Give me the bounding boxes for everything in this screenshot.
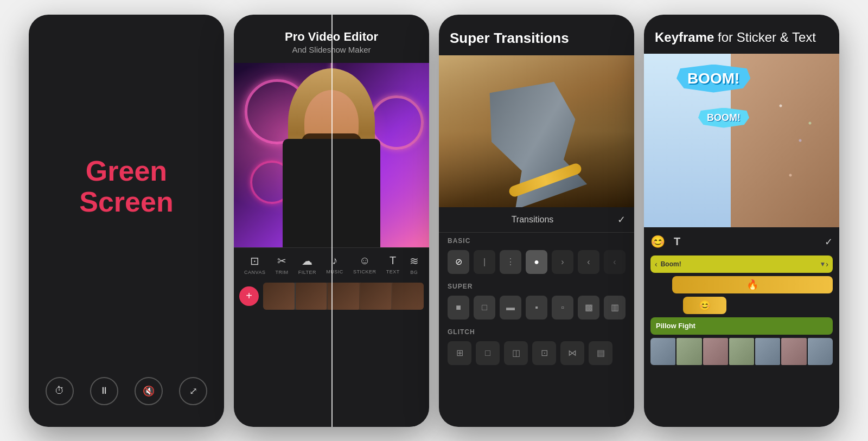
timeline-thumb-5 bbox=[392, 283, 424, 310]
transitions-checkmark[interactable]: ✓ bbox=[617, 214, 626, 226]
glitch-btn-4[interactable]: ⊡ bbox=[532, 341, 556, 365]
section-basic-label: BASIC bbox=[439, 233, 634, 248]
music-icon: ♪ bbox=[332, 254, 337, 267]
super-btn-1[interactable]: ■ bbox=[448, 296, 469, 319]
keyframe-controls: 😊 T ✓ ‹ Boom! ▼ › 🔥 😊 Pillow Fight bbox=[644, 227, 839, 427]
trans-btn-none[interactable]: ⊘ bbox=[448, 250, 469, 274]
toolbar-bg[interactable]: ≋ BG bbox=[410, 254, 419, 275]
timeline-strip[interactable] bbox=[263, 283, 424, 310]
super-btn-5[interactable]: ▫ bbox=[552, 296, 573, 319]
super-transitions-title: Super Transitions bbox=[450, 30, 623, 47]
trans-btn-wipe[interactable]: ‹ bbox=[604, 250, 626, 274]
playhead bbox=[331, 283, 333, 310]
super-btn-6[interactable]: ▩ bbox=[578, 296, 599, 319]
timeline-thumb-4 bbox=[360, 283, 392, 310]
resize-button[interactable]: ⤢ bbox=[179, 377, 207, 405]
pause-button[interactable]: ⏸ bbox=[90, 377, 118, 405]
canvas-icon: ⊡ bbox=[250, 254, 259, 267]
toolbar-sticker[interactable]: ☺ STICKER bbox=[353, 254, 376, 275]
strip-thumb-4 bbox=[729, 338, 754, 365]
trans-btn-slide-right[interactable]: › bbox=[552, 250, 573, 274]
glitch-btn-1[interactable]: ⊞ bbox=[448, 341, 471, 365]
bg-label: BG bbox=[410, 270, 418, 275]
phone-card-transitions: Super Transitions Transitions ✓ BASIC ⊘ … bbox=[439, 15, 634, 427]
track-boom-label: Boom! bbox=[658, 260, 820, 268]
keyframe-preview-image: BOOM! BOOM! bbox=[644, 54, 839, 227]
super-transitions-grid: ■ □ ▬ ▪ ▫ ▩ ▥ bbox=[439, 293, 634, 324]
transitions-preview-image bbox=[439, 55, 634, 207]
bottom-controls: ⏱ ⏸ 🔇 ⤢ bbox=[46, 377, 207, 405]
face-emoji: 😊 bbox=[699, 299, 711, 311]
glitch-btn-5[interactable]: ⋈ bbox=[560, 341, 584, 365]
toolbar-canvas[interactable]: ⊡ CANVAS bbox=[244, 254, 265, 275]
glitch-btn-6[interactable]: ▤ bbox=[589, 341, 612, 365]
glitch-btn-2[interactable]: □ bbox=[476, 341, 500, 365]
strip-thumb-6 bbox=[781, 338, 806, 365]
transitions-bar-label: Transitions bbox=[448, 215, 617, 225]
trans-btn-circle[interactable]: ● bbox=[526, 250, 547, 274]
timeline-thumb-2 bbox=[296, 283, 327, 310]
section-super-label: SUPER bbox=[439, 278, 634, 293]
phone-card-pro-editor: Pro Video Editor And Slideshow Maker ⊡ C… bbox=[234, 15, 429, 427]
toolbar-trim[interactable]: ✂ TRIM bbox=[276, 254, 289, 275]
timeline-thumb-1 bbox=[263, 283, 295, 310]
section-basic: BASIC ⊘ | ⋮ ● › ‹ ‹ bbox=[439, 233, 634, 278]
glitch-transitions-grid: ⊞ □ ◫ ⊡ ⋈ ▤ bbox=[439, 339, 634, 369]
trans-btn-dissolve[interactable]: ⋮ bbox=[500, 250, 521, 274]
super-btn-2[interactable]: □ bbox=[474, 296, 495, 319]
keyframe-title: Keyframe for Sticker & Text bbox=[655, 30, 828, 45]
glitch-btn-3[interactable]: ◫ bbox=[504, 341, 528, 365]
filter-label: FILTER bbox=[298, 270, 316, 275]
section-glitch-label: GLITCH bbox=[439, 324, 634, 339]
toolbar-filter[interactable]: ☁ FILTER bbox=[298, 254, 316, 275]
mute-button[interactable]: 🔇 bbox=[135, 377, 163, 405]
text-icon: T bbox=[390, 254, 396, 267]
transitions-bar: Transitions ✓ bbox=[439, 207, 634, 233]
card4-header: Keyframe for Sticker & Text bbox=[644, 15, 839, 54]
boom-keyframe-track[interactable]: ‹ Boom! ▼ › bbox=[650, 255, 833, 273]
strip-thumb-2 bbox=[676, 338, 701, 365]
bottom-photo-strip bbox=[650, 338, 833, 365]
super-btn-7[interactable]: ▥ bbox=[604, 296, 626, 319]
sticker-label: STICKER bbox=[353, 269, 376, 274]
bg-icon: ≋ bbox=[410, 254, 419, 267]
filter-icon: ☁ bbox=[302, 254, 312, 267]
trans-btn-fade[interactable]: | bbox=[474, 250, 495, 274]
smiley-icon[interactable]: 😊 bbox=[650, 235, 665, 249]
sticker-icon: ☺ bbox=[359, 254, 370, 267]
card3-header: Super Transitions bbox=[439, 15, 634, 55]
face-emoji-track[interactable]: 😊 bbox=[683, 297, 726, 314]
boom-sticker-small: BOOM! bbox=[698, 108, 749, 128]
timer-button[interactable]: ⏱ bbox=[46, 377, 74, 405]
super-btn-4[interactable]: ▪ bbox=[526, 296, 547, 319]
trim-label: TRIM bbox=[276, 270, 289, 275]
music-label: MUSIC bbox=[326, 269, 343, 274]
fire-emoji: 🔥 bbox=[746, 279, 758, 291]
boom-sticker-large: BOOM! bbox=[676, 65, 750, 93]
phone-card-green-screen: GreenScreen ⏱ ⏸ 🔇 ⤢ bbox=[29, 15, 224, 427]
green-screen-title: GreenScreen bbox=[79, 156, 173, 218]
keyframe-toolbar: 😊 T ✓ bbox=[650, 232, 833, 252]
toolbar-music[interactable]: ♪ MUSIC bbox=[326, 254, 343, 275]
track-keyframe-marker: ▼ bbox=[819, 260, 826, 268]
strip-thumb-1 bbox=[650, 338, 675, 365]
fire-emoji-track[interactable]: 🔥 bbox=[672, 276, 833, 293]
canvas-label: CANVAS bbox=[244, 270, 265, 275]
keyframe-checkmark[interactable]: ✓ bbox=[825, 236, 833, 248]
toolbar-text[interactable]: T TEXT bbox=[386, 254, 400, 275]
pillow-fight-label: Pillow Fight bbox=[656, 322, 695, 330]
section-glitch: GLITCH ⊞ □ ◫ ⊡ ⋈ ▤ bbox=[439, 324, 634, 369]
trans-btn-slide-left[interactable]: ‹ bbox=[578, 250, 599, 274]
super-btn-3[interactable]: ▬ bbox=[500, 296, 521, 319]
phone-card-keyframe: Keyframe for Sticker & Text BOOM! BOOM! … bbox=[644, 15, 839, 427]
strip-thumb-7 bbox=[808, 338, 833, 365]
section-super: SUPER ■ □ ▬ ▪ ▫ ▩ ▥ bbox=[439, 278, 634, 324]
basic-transitions-grid: ⊘ | ⋮ ● › ‹ ‹ bbox=[439, 248, 634, 278]
strip-thumb-3 bbox=[703, 338, 728, 365]
add-clip-button[interactable]: + bbox=[239, 286, 259, 306]
strip-thumb-5 bbox=[755, 338, 780, 365]
text-label: TEXT bbox=[386, 269, 400, 274]
text-tool-icon[interactable]: T bbox=[674, 235, 680, 248]
timeline-area: + bbox=[234, 278, 429, 314]
pillow-fight-track[interactable]: Pillow Fight bbox=[650, 317, 833, 335]
